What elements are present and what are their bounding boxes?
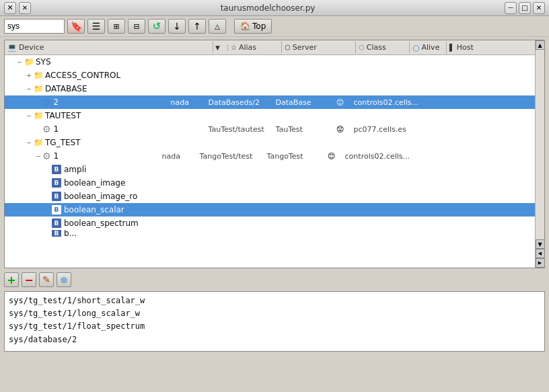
alias-col-header[interactable]: ☆ Alias (228, 42, 282, 53)
expand-icon[interactable]: + (25, 71, 33, 79)
row-server: TauTest/tautest (209, 125, 276, 134)
maximize-btn[interactable]: □ (519, 2, 531, 14)
collapse-icon[interactable]: − (15, 58, 24, 66)
bookmark-button[interactable]: 🔖 (67, 19, 85, 34)
attribute-icon: B (52, 219, 61, 228)
title-bar-left: ✕ ✕ (4, 2, 31, 14)
device-col-label: Device (19, 43, 44, 52)
alias-col-label: Alias (239, 43, 256, 52)
class-col-header[interactable]: ⬡ Class (356, 42, 410, 53)
row-label: boolean_spectrum (64, 219, 535, 228)
small-up-button[interactable]: △ (209, 19, 226, 34)
alive-icon-header: ○ (412, 43, 419, 52)
edit-button[interactable]: ✎ (39, 272, 54, 287)
up-arrow-button[interactable]: ↑ (188, 19, 206, 34)
gear-icon: ⚙ (42, 97, 51, 108)
dropdown-arrow-icon: ▼ (215, 44, 220, 51)
bottom-toolbar: + − ✎ ⊗ (4, 271, 545, 288)
down-arrow-button[interactable]: ↓ (168, 19, 186, 34)
device-col-header[interactable]: 💻 Device (5, 42, 213, 53)
list-item[interactable]: B ampli (5, 163, 535, 176)
window-title: taurusmodelchooser.py (31, 3, 505, 13)
list-item[interactable]: ⚙ 1 TauTest/tautest TauTest 😟 pc077.cell… (5, 122, 535, 136)
scroll-track[interactable] (536, 50, 545, 239)
row-server: TangoTest/test (200, 152, 267, 161)
scroll-next-btn[interactable]: ▶ (536, 258, 545, 268)
collapse-icon[interactable]: − (25, 85, 33, 93)
collapse-icon[interactable]: − (25, 139, 33, 147)
list-item[interactable]: B boolean_scalar (5, 203, 535, 217)
attribute-icon: B (52, 192, 61, 201)
row-alive: 😟 (327, 125, 354, 134)
grid4-button[interactable]: ⊞ (108, 19, 125, 34)
text-line-2: sys/tg_test/1/long_scalar_w (9, 307, 540, 320)
row-host: controls02.cells... (345, 152, 412, 161)
row-label: 2 (54, 97, 168, 107)
selected-items-area: sys/tg_test/1/short_scalar_w sys/tg_test… (4, 291, 545, 352)
scroll-prev-btn[interactable]: ◀ (536, 249, 545, 258)
alive-col-header[interactable]: ○ Alive (410, 42, 447, 54)
row-host: pc077.cells.es (354, 125, 421, 134)
server-col-header[interactable]: ⬡ Server (282, 42, 356, 53)
spacer (44, 165, 52, 173)
minimize-btn[interactable]: — (505, 2, 517, 14)
list-item[interactable]: B boolean_image (5, 176, 535, 190)
remove-button[interactable]: − (22, 272, 36, 287)
dropdown-col-header[interactable]: ▼ (213, 44, 228, 51)
text-line-3: sys/tg_test/1/float_spectrum (9, 320, 540, 333)
add-button[interactable]: + (4, 272, 19, 287)
refresh-button[interactable]: ↺ (148, 19, 166, 34)
grid9-button[interactable]: ⊟ (128, 19, 145, 34)
server-col-label: Server (293, 43, 317, 52)
top-button[interactable]: 🏠 Top (234, 19, 272, 34)
spacer (44, 230, 52, 237)
list-item[interactable]: B b... (5, 230, 535, 237)
spacer (34, 98, 42, 106)
close-btn[interactable]: ✕ (19, 2, 31, 14)
scroll-down-btn[interactable]: ▼ (536, 239, 545, 249)
close-btn2[interactable]: ✕ (533, 2, 545, 14)
text-line-1: sys/tg_test/1/short_scalar_w (9, 295, 540, 307)
attribute-icon: B (52, 205, 61, 214)
spacer (44, 192, 52, 200)
collapse-icon[interactable]: − (25, 112, 33, 120)
host-icon-header: ▌ (449, 44, 455, 51)
list-item[interactable]: B boolean_spectrum (5, 217, 535, 230)
host-col-header[interactable]: ▌ Host (447, 42, 514, 53)
main-toolbar: 🔖 ☰ ⊞ ⊟ ↺ ↓ ↑ △ 🏠 Top (0, 16, 549, 37)
list-item[interactable]: − 📁 SYS (5, 55, 535, 69)
list-button[interactable]: ☰ (87, 19, 105, 34)
row-alias: nada (168, 98, 209, 107)
house-icon: 🏠 (240, 22, 250, 31)
list-item[interactable]: − 📁 TAUTEST (5, 109, 535, 122)
row-label: TG_TEST (45, 138, 535, 147)
attribute-icon: B (52, 165, 61, 174)
row-label: boolean_image (64, 178, 535, 188)
class-col-label: Class (367, 43, 386, 52)
list-item[interactable]: B boolean_image_ro (5, 190, 535, 203)
row-label: 1 (54, 124, 168, 134)
row-class: DataBase (276, 98, 327, 107)
spacer (44, 219, 52, 227)
clear-button[interactable]: ⊗ (57, 272, 71, 287)
spacer (34, 125, 42, 133)
class-icon-header: ⬡ (359, 44, 365, 51)
scrollbar[interactable]: ▲ ▼ ◀ ▶ (535, 40, 544, 268)
scroll-up-btn[interactable]: ▲ (536, 40, 545, 50)
row-label: ACCESS_CONTROL (45, 71, 535, 80)
list-item[interactable]: − ⚙ 1 nada TangoTest/test TangoTest 😊 co… (5, 149, 535, 163)
text-line-4: sys/database/2 (9, 334, 540, 346)
list-item[interactable]: − 📁 TG_TEST (5, 136, 535, 149)
window-icon: ✕ (4, 2, 16, 14)
list-item[interactable]: + 📁 ACCESS_CONTROL (5, 69, 535, 82)
row-label: DATABASE (45, 84, 535, 93)
main-area: 💻 Device ▼ ☆ Alias ⬡ Server ⬡ Class ○ Al… (0, 37, 549, 354)
collapse-icon[interactable]: − (34, 152, 42, 160)
list-item[interactable]: ⚙ 2 nada DataBaseds/2 DataBase 😊 control… (5, 95, 535, 109)
row-label: TAUTEST (45, 111, 535, 120)
list-item[interactable]: − 📁 DATABASE (5, 82, 535, 95)
row-alive: 😊 (318, 152, 345, 161)
tree-panel: 💻 Device ▼ ☆ Alias ⬡ Server ⬡ Class ○ Al… (4, 40, 545, 268)
search-input[interactable] (4, 19, 65, 34)
row-server: DataBaseds/2 (209, 98, 276, 107)
